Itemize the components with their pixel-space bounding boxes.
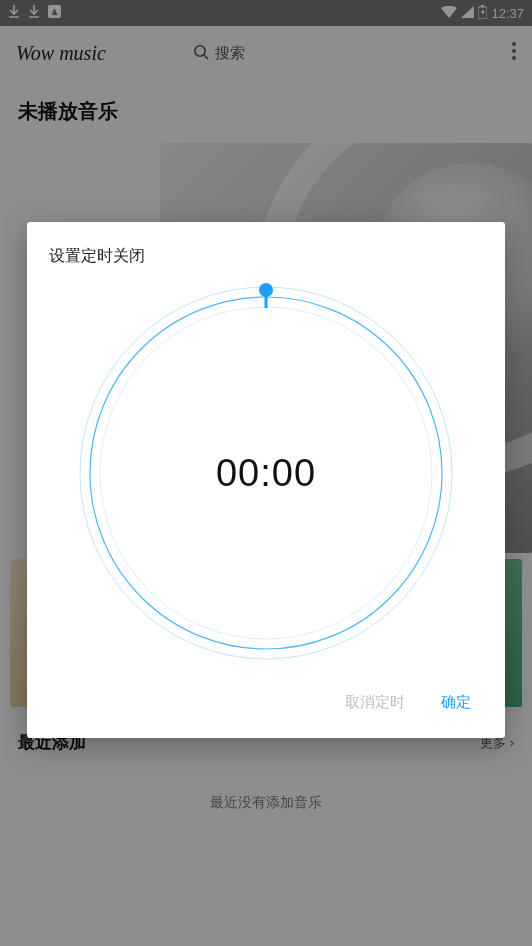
dialog-title: 设置定时关闭 [49,246,483,267]
ok-button[interactable]: 确定 [437,687,475,718]
timer-dialog: 设置定时关闭 00:00 取消定时 确定 [27,222,505,738]
timer-dial[interactable]: 00:00 [74,281,458,665]
cancel-timer-button[interactable]: 取消定时 [341,687,409,718]
timer-value: 00:00 [216,452,316,495]
svg-rect-11 [265,290,268,308]
dialog-actions: 取消定时 确定 [49,665,483,722]
